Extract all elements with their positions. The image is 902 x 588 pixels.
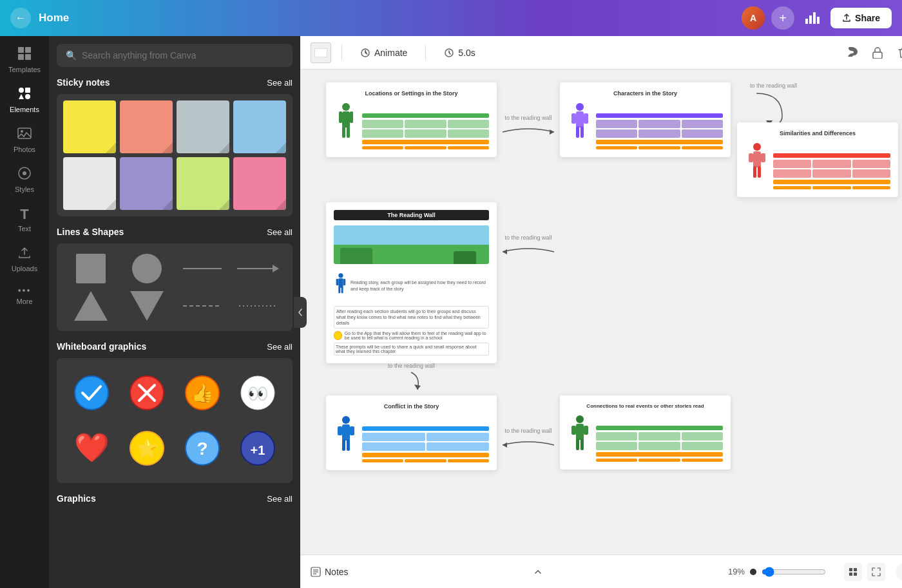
shape-dotted-line[interactable] [235, 291, 283, 321]
slide-similarities[interactable]: Similarities and Differences [737, 122, 898, 197]
slide-chart-6 [596, 426, 723, 462]
lines-shapes-see-all[interactable]: See all [267, 227, 293, 237]
sidebar-item-elements[interactable]: Elements [3, 81, 46, 119]
whiteboard-graphics-grid: 👍 👀 ❤️ ⭐ ? +1 [57, 358, 293, 483]
sticky-note-yellow[interactable] [63, 100, 116, 153]
shape-circle[interactable] [123, 254, 171, 283]
svg-rect-73 [576, 439, 579, 450]
slide-reading-text: After reading each section students will… [334, 306, 489, 328]
svg-rect-58 [338, 287, 340, 293]
shape-triangle-down[interactable] [123, 291, 171, 321]
svg-rect-2 [813, 12, 816, 24]
hide-panel-button[interactable] [294, 297, 307, 328]
notes-button[interactable]: Notes [311, 567, 349, 577]
svg-rect-38 [342, 126, 345, 138]
connector-2: to the reading wall [497, 234, 560, 261]
slide-reading-wall[interactable]: The Reading Wall [326, 202, 497, 363]
grid-view-button[interactable] [844, 563, 862, 581]
slide-chart-1 [362, 113, 489, 149]
svg-rect-4 [18, 47, 24, 53]
slide-chart-5 [362, 426, 489, 462]
whiteboard-see-all[interactable]: See all [267, 342, 293, 352]
svg-rect-72 [584, 426, 588, 435]
sticky-note-salmon[interactable] [120, 100, 173, 153]
slide-connections-title: Connections to real events or other stor… [568, 403, 723, 409]
elements-panel-wrapper: 🔍 Sticky notes See all Lines & Shape [49, 36, 300, 588]
shapes-grid [57, 243, 293, 331]
svg-text:+1: +1 [251, 443, 265, 457]
search-input[interactable] [82, 50, 283, 61]
sticky-note-blue[interactable] [233, 100, 286, 153]
svg-marker-61 [414, 384, 421, 390]
graphic-thumbsup[interactable]: 👍 [178, 368, 227, 417]
sidebar-item-templates[interactable]: Templates [3, 41, 46, 79]
sticky-note-gray[interactable] [177, 100, 229, 153]
elements-icon [17, 86, 32, 104]
delete-button[interactable] [893, 43, 902, 63]
scroll-up-button[interactable] [533, 567, 542, 576]
sticky-note-green[interactable] [177, 157, 229, 210]
shape-triangle-up[interactable] [67, 291, 115, 321]
slide-characters[interactable]: Characters in the Story [560, 82, 731, 157]
slide-figure-2 [568, 102, 592, 149]
svg-rect-1 [809, 15, 812, 24]
graphic-eyes[interactable]: 👀 [233, 368, 282, 417]
sticky-note-purple[interactable] [120, 157, 173, 210]
canvas-area: Animate 5.0s [300, 36, 902, 588]
whiteboard-section-header: Whiteboard graphics See all [57, 341, 293, 352]
toolbar-divider-1 [341, 45, 342, 61]
sidebar-item-uploads[interactable]: Uploads [3, 240, 46, 278]
shape-square[interactable] [67, 254, 115, 283]
graphics-see-all[interactable]: See all [267, 494, 293, 504]
svg-rect-82 [854, 573, 857, 576]
graphic-checkmark[interactable] [67, 368, 116, 417]
svg-rect-44 [584, 113, 588, 124]
main-body: Templates Elements Photos Styles T Text [0, 36, 902, 588]
sticky-note-pink[interactable] [233, 157, 286, 210]
avatar[interactable]: A [742, 6, 765, 30]
sticky-note-white[interactable] [63, 157, 116, 210]
graphic-star[interactable]: ⭐ [122, 424, 171, 473]
slide-figure-4 [745, 142, 769, 189]
share-button[interactable]: Share [830, 8, 892, 28]
text-icon: T [20, 206, 28, 223]
sidebar-item-more[interactable]: ••• More [3, 280, 46, 310]
canvas-row-1: Locations or Settings in the Story [326, 82, 898, 197]
animate-button[interactable]: Animate [352, 44, 415, 62]
lines-shapes-section-header: Lines & Shapes See all [57, 227, 293, 237]
slide-conflict[interactable]: Conflict in the Story [326, 395, 497, 470]
graphic-heart[interactable]: ❤️ [67, 424, 116, 473]
photos-icon [17, 126, 32, 144]
back-button[interactable]: ← [10, 8, 31, 28]
svg-point-15 [23, 171, 26, 175]
sticky-notes-see-all[interactable]: See all [267, 78, 293, 88]
sidebar-item-photos[interactable]: Photos [3, 121, 46, 158]
slide-locations[interactable]: Locations or Settings in the Story [326, 82, 497, 157]
add-button[interactable]: + [771, 6, 794, 30]
svg-point-11 [25, 94, 30, 99]
paint-button[interactable] [841, 43, 862, 63]
graphic-plus-one[interactable]: +1 [233, 424, 282, 473]
graphics-section-header: Graphics See all [57, 493, 293, 504]
graphic-xmark[interactable] [122, 368, 171, 417]
connector-1: to the reading wall [497, 115, 560, 142]
help-button[interactable]: ? [896, 563, 902, 581]
graphic-question[interactable]: ? [178, 424, 227, 473]
analytics-button[interactable] [801, 6, 824, 30]
slide-connections[interactable]: Connections to real events or other stor… [560, 395, 731, 469]
duration-button[interactable]: 5.0s [436, 44, 483, 62]
styles-label: Styles [15, 185, 34, 193]
fullscreen-button[interactable] [867, 563, 885, 581]
search-bar[interactable]: 🔍 [57, 44, 293, 67]
sidebar-item-text[interactable]: T Text [3, 201, 46, 238]
svg-rect-79 [849, 568, 852, 571]
search-icon: 🔍 [66, 50, 77, 61]
lock-button[interactable] [867, 43, 888, 63]
sidebar-item-styles[interactable]: Styles [3, 161, 46, 198]
shape-arrow[interactable] [235, 254, 283, 283]
sticky-notes-title: Sticky notes [57, 77, 110, 88]
zoom-slider[interactable] [762, 567, 826, 577]
svg-rect-55 [338, 278, 343, 288]
shape-dashed-line[interactable] [178, 291, 227, 321]
shape-line[interactable] [178, 254, 227, 283]
